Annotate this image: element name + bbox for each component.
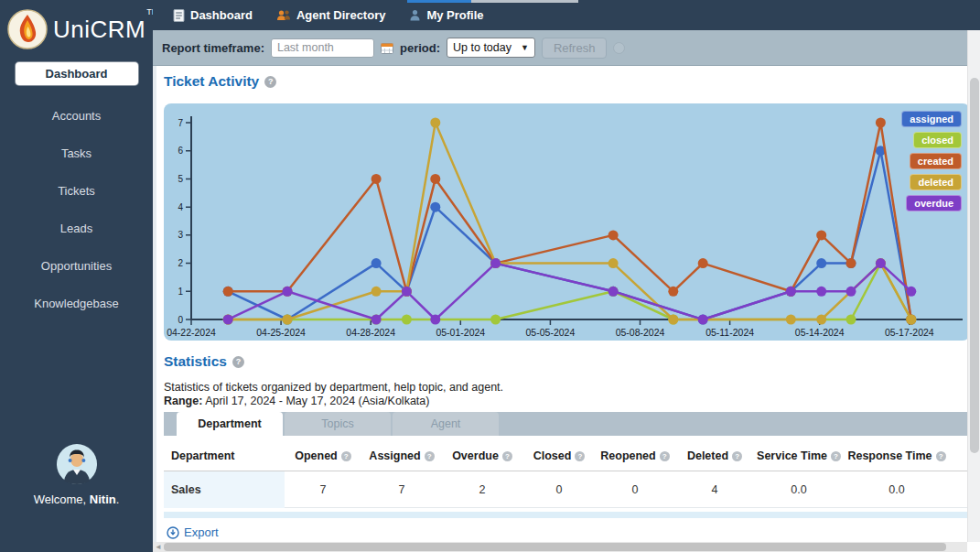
timeframe-input[interactable] bbox=[271, 38, 374, 58]
flame-logo-icon bbox=[7, 9, 48, 49]
topnav-dashboard-label: Dashboard bbox=[190, 8, 253, 22]
people-icon bbox=[276, 9, 291, 21]
top-accent-silver bbox=[471, 0, 578, 3]
svg-text:04-22-2024: 04-22-2024 bbox=[167, 327, 216, 338]
avatar bbox=[57, 444, 97, 484]
statistics-tabstrip: Department Topics Agent bbox=[164, 412, 970, 436]
topnav-agent-directory[interactable]: Agent Directory bbox=[276, 8, 386, 22]
row-deleted: 4 bbox=[674, 483, 755, 496]
topnav-my-profile-label: My Profile bbox=[426, 8, 483, 22]
legend-closed: closed bbox=[913, 132, 962, 148]
sidebar: UniCRMTM Dashboard Accounts Tasks Ticket… bbox=[0, 0, 153, 552]
col-service-time: Service Time? bbox=[755, 449, 843, 462]
svg-text:0: 0 bbox=[178, 315, 183, 325]
opened-help-icon[interactable]: ? bbox=[341, 451, 351, 461]
overdue-help-icon[interactable]: ? bbox=[502, 451, 512, 461]
svg-text:05-17-2024: 05-17-2024 bbox=[885, 327, 934, 338]
legend-overdue: overdue bbox=[906, 195, 962, 211]
closed-help-icon[interactable]: ? bbox=[575, 451, 585, 461]
toolbar-help-icon bbox=[613, 42, 625, 54]
report-toolbar: Report timeframe: period: Up to today ▼ … bbox=[153, 30, 980, 66]
statistics-range: Range: April 17, 2024 - May 17, 2024 (As… bbox=[164, 395, 429, 407]
timeframe-label: Report timeframe: bbox=[162, 41, 264, 55]
row-department: Sales bbox=[164, 471, 285, 508]
user-name: Nitin bbox=[90, 492, 116, 506]
topnav-my-profile[interactable]: My Profile bbox=[409, 8, 483, 22]
svg-text:6: 6 bbox=[178, 146, 183, 156]
ticket-activity-title: Ticket Activity ? bbox=[164, 73, 276, 90]
service-time-help-icon[interactable]: ? bbox=[831, 451, 841, 461]
app-name: UniCRM bbox=[53, 16, 145, 43]
sidebar-item-opportunities[interactable]: Opportunities bbox=[41, 259, 112, 273]
col-response-time: Response Time? bbox=[843, 449, 951, 462]
topnav-agent-directory-label: Agent Directory bbox=[296, 8, 386, 22]
legend-assigned: assigned bbox=[901, 111, 962, 127]
assigned-help-icon[interactable]: ? bbox=[425, 451, 435, 461]
period-select-value: Up to today bbox=[453, 41, 512, 54]
sidebar-item-tickets[interactable]: Tickets bbox=[58, 184, 95, 198]
col-overdue: Overdue? bbox=[442, 449, 522, 462]
row-opened: 7 bbox=[285, 483, 361, 496]
welcome-text: Welcome, Nitin. bbox=[34, 492, 120, 506]
person-icon bbox=[409, 9, 421, 21]
app-logo: UniCRMTM bbox=[7, 9, 158, 49]
sidebar-item-leads[interactable]: Leads bbox=[60, 222, 92, 235]
table-footer-strip bbox=[164, 512, 970, 518]
svg-text:05-01-2024: 05-01-2024 bbox=[436, 327, 485, 338]
response-time-help-icon[interactable]: ? bbox=[936, 451, 946, 461]
vertical-scrollbar-thumb[interactable] bbox=[970, 78, 979, 453]
ticket-activity-chart[interactable]: 0123456704-22-202404-25-202404-28-202405… bbox=[164, 103, 970, 341]
statistics-description: Statistics of tickets organized by depar… bbox=[164, 381, 503, 394]
tab-agent[interactable]: Agent bbox=[393, 412, 499, 436]
row-closed: 0 bbox=[522, 483, 596, 496]
crm-dashboard-screen: UniCRMTM Dashboard Accounts Tasks Ticket… bbox=[0, 0, 980, 552]
scroll-left-arrow-icon[interactable]: ◄ bbox=[153, 543, 164, 551]
col-reopened: Reopened? bbox=[596, 449, 674, 462]
svg-text:5: 5 bbox=[178, 174, 183, 184]
col-assigned: Assigned? bbox=[361, 449, 442, 462]
top-navigation: Dashboard Agent Directory My Profile bbox=[153, 0, 980, 30]
deleted-help-icon[interactable]: ? bbox=[732, 451, 742, 461]
chevron-down-icon: ▼ bbox=[521, 43, 529, 52]
tab-topics[interactable]: Topics bbox=[285, 412, 391, 436]
svg-text:4: 4 bbox=[178, 202, 183, 212]
statistics-help-icon[interactable]: ? bbox=[232, 356, 244, 368]
topnav-dashboard[interactable]: Dashboard bbox=[173, 8, 253, 22]
col-opened: Opened? bbox=[285, 449, 361, 462]
export-link[interactable]: Export bbox=[167, 525, 219, 539]
dashboard-content: Ticket Activity ? 0123456704-22-202404-2… bbox=[153, 66, 967, 542]
ticket-activity-chart-svg: 0123456704-22-202404-25-202404-28-202405… bbox=[164, 103, 970, 341]
vertical-scrollbar[interactable] bbox=[967, 30, 980, 542]
horizontal-scrollbar-thumb[interactable] bbox=[164, 543, 946, 551]
main-area: Dashboard Agent Directory My Profile bbox=[153, 0, 980, 552]
svg-text:2: 2 bbox=[178, 258, 183, 268]
svg-text:3: 3 bbox=[178, 230, 183, 240]
ticket-activity-help-icon[interactable]: ? bbox=[264, 76, 276, 88]
row-assigned: 7 bbox=[361, 483, 442, 496]
refresh-button[interactable]: Refresh bbox=[542, 38, 608, 59]
period-label: period: bbox=[400, 41, 440, 55]
sidebar-item-tasks[interactable]: Tasks bbox=[61, 146, 92, 160]
chart-legend: assigned closed created deleted overdue bbox=[901, 111, 962, 211]
col-closed: Closed? bbox=[522, 449, 596, 462]
horizontal-scrollbar[interactable]: ◄ bbox=[153, 542, 967, 552]
period-select[interactable]: Up to today ▼ bbox=[447, 38, 535, 58]
svg-text:04-25-2024: 04-25-2024 bbox=[256, 327, 306, 338]
sidebar-item-knowledgebase[interactable]: Knowledgebase bbox=[34, 297, 119, 310]
reopened-help-icon[interactable]: ? bbox=[660, 451, 670, 461]
sidebar-user-area: Welcome, Nitin. bbox=[34, 444, 120, 506]
top-accent-blue bbox=[407, 0, 471, 3]
svg-text:05-11-2024: 05-11-2024 bbox=[705, 327, 754, 338]
sidebar-item-dashboard[interactable]: Dashboard bbox=[16, 62, 138, 85]
svg-text:04-28-2024: 04-28-2024 bbox=[346, 327, 395, 338]
svg-text:05-05-2024: 05-05-2024 bbox=[526, 327, 576, 338]
tab-department[interactable]: Department bbox=[177, 412, 283, 436]
calendar-icon[interactable] bbox=[381, 42, 393, 54]
document-icon bbox=[173, 9, 185, 22]
svg-text:7: 7 bbox=[178, 118, 183, 128]
row-overdue: 2 bbox=[442, 483, 522, 496]
sidebar-item-accounts[interactable]: Accounts bbox=[52, 109, 101, 123]
row-service-time: 0.0 bbox=[755, 483, 843, 496]
statistics-title: Statistics ? bbox=[164, 353, 244, 370]
export-download-icon bbox=[167, 526, 179, 539]
